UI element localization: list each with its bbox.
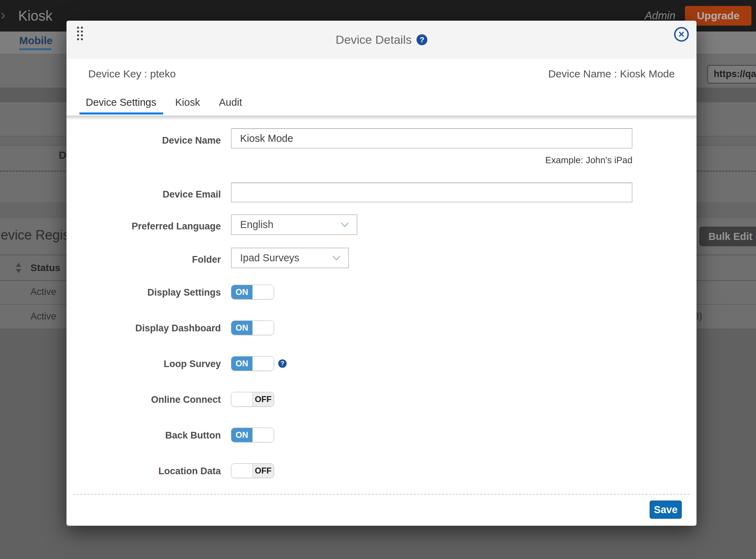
device-registration-heading: evice Registr	[1, 228, 78, 243]
bulk-edit-devices-button[interactable]: Bulk Edit Dev	[699, 227, 756, 246]
tab-audit[interactable]: Audit	[219, 89, 242, 116]
online-connect-toggle[interactable]: OFF	[231, 392, 274, 407]
tab-kiosk[interactable]: Kiosk	[175, 89, 200, 116]
folder-select[interactable]: Ipad Surveys	[231, 248, 349, 268]
display-dashboard-label: Display Dashboard	[66, 323, 221, 334]
close-icon[interactable]: ✕	[674, 27, 689, 42]
device-url-text: https://qa.c	[714, 66, 756, 82]
toggle-state-label: OFF	[253, 464, 274, 478]
preferred-language-field-label: Preferred Language	[66, 221, 221, 232]
toggle-state-label: ON	[231, 285, 252, 299]
toggle-knob	[252, 428, 274, 442]
page-title-kiosk: Kiosk	[18, 0, 52, 32]
toggle-knob	[231, 464, 253, 478]
device-name-label: Device Name : Kiosk Mode	[548, 59, 675, 89]
status-cell: Active	[30, 304, 56, 329]
modal-title: Device Details ?	[66, 21, 696, 59]
tab-mobile-active-underline	[19, 48, 51, 50]
toggle-state-label: ON	[231, 428, 252, 442]
toggle-state-label: ON	[231, 321, 252, 335]
background-form-label-fragment: D	[59, 149, 66, 161]
status-cell: Active	[30, 280, 56, 304]
modal-tab-bar: Device Settings Kiosk Audit	[66, 89, 696, 116]
toggle-state-label: ON	[231, 357, 252, 371]
toggle-knob	[252, 285, 274, 299]
device-url-input[interactable]: https://qa.c	[707, 65, 756, 84]
device-details-modal: Device Details ? ✕ Device Key : pteko De…	[66, 21, 696, 526]
back-button-label: Back Button	[66, 430, 221, 441]
preferred-language-value: English	[240, 219, 273, 230]
breadcrumb-chevron-icon: ›	[1, 7, 5, 23]
device-name-hint: Example: John's iPad	[545, 155, 632, 166]
display-dashboard-toggle[interactable]: ON	[231, 320, 274, 335]
toggle-knob	[252, 321, 274, 335]
preferred-language-select[interactable]: English	[231, 214, 357, 235]
toggle-knob	[252, 357, 274, 371]
modal-title-text: Device Details	[336, 33, 412, 47]
location-data-label: Location Data	[66, 466, 221, 477]
save-button[interactable]: Save	[650, 501, 682, 519]
loop-survey-help-icon[interactable]: ?	[278, 359, 287, 368]
help-icon[interactable]: ?	[416, 34, 427, 45]
device-name-input[interactable]	[231, 128, 632, 149]
device-email-field-label: Device Email	[66, 189, 221, 200]
toggle-state-label: OFF	[253, 392, 274, 406]
footer-dashed-divider	[74, 494, 690, 495]
chevron-down-icon	[332, 255, 341, 261]
sort-arrows-icon[interactable]	[16, 263, 21, 273]
tab-mobile[interactable]: Mobile	[19, 35, 52, 47]
toggle-knob	[231, 392, 253, 406]
tab-device-settings[interactable]: Device Settings	[86, 89, 156, 116]
chevron-down-icon	[341, 222, 349, 227]
display-settings-toggle[interactable]: ON	[231, 285, 274, 299]
back-button-toggle[interactable]: ON	[231, 428, 274, 442]
location-data-toggle[interactable]: OFF	[231, 463, 274, 478]
loop-survey-label: Loop Survey	[66, 359, 221, 370]
device-key-label: Device Key : pteko	[88, 59, 176, 89]
online-connect-label: Online Connect	[66, 394, 221, 405]
loop-survey-toggle[interactable]: ON	[231, 356, 274, 371]
modal-title-bar: Device Details ? ✕	[66, 21, 696, 59]
display-settings-label: Display Settings	[66, 287, 221, 298]
tab-bar-shadow	[66, 116, 696, 120]
page-root: › Kiosk Admin Upgrade Now Mobile https:/…	[0, 0, 756, 559]
device-key-row: Device Key : pteko Device Name : Kiosk M…	[66, 59, 696, 90]
folder-field-label: Folder	[66, 254, 221, 265]
device-name-field-label: Device Name	[66, 135, 221, 146]
folder-value: Ipad Surveys	[240, 252, 299, 264]
column-header-status[interactable]: Status	[30, 255, 61, 280]
device-email-input[interactable]	[231, 182, 632, 202]
